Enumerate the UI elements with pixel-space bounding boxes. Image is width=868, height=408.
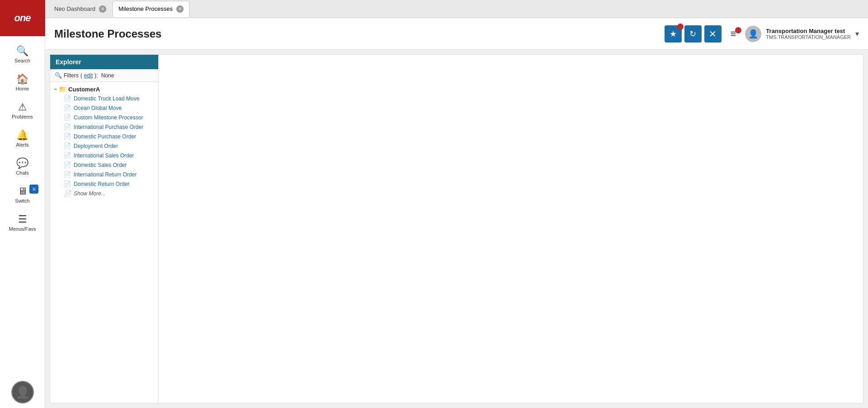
tree-item-intl-purchase-order[interactable]: 📄 International Purchase Order (52, 122, 156, 132)
tree-item-ocean-global[interactable]: 📄 Ocean Global Move (52, 103, 156, 113)
tree-customer-row[interactable]: − 📁 CustomerA (52, 85, 156, 94)
collapse-icon: − (54, 86, 57, 92)
user-info: Transportation Manager test TMS.TRANSPOR… (766, 28, 851, 40)
doc-icon-1: 📄 (64, 104, 71, 111)
sidebar-item-problems[interactable]: ⚠ Problems (0, 97, 45, 125)
logo-text: one (14, 12, 30, 24)
sidebar-nav: 🔍 Search 🏠 Home ⚠ Problems 🔔 Alerts 💬 Ch… (0, 36, 45, 381)
tree-item-label-5: Deployment Order (74, 143, 118, 149)
tree-item-label-9: Domestic Return Order (74, 181, 129, 187)
tab-neo-dashboard-close[interactable]: ✕ (99, 5, 106, 13)
tree-item-domestic-purchase-order[interactable]: 📄 Domestic Purchase Order (52, 132, 156, 141)
tab-milestone-processes-label: Milestone Processes (118, 5, 173, 12)
user-section: 👤 Transportation Manager test TMS.TRANSP… (745, 26, 859, 42)
doc-icon-0: 📄 (64, 95, 71, 102)
user-dropdown-button[interactable]: ▾ (855, 29, 859, 38)
tree-item-label-7: Domestic Sales Order (74, 162, 127, 168)
search-icon: 🔍 (16, 46, 28, 56)
switch-badge (29, 185, 38, 194)
sidebar-item-search[interactable]: 🔍 Search (0, 41, 45, 69)
show-more-icon: 📄 (64, 190, 71, 197)
sidebar-item-menus-favs-label: Menus/Favs (9, 226, 36, 232)
customer-name: CustomerA (68, 86, 100, 93)
page-title: Milestone Processes (54, 28, 665, 40)
star-notification-dot (677, 24, 684, 30)
main-area: Neo Dashboard ✕ Milestone Processes ✕ Mi… (45, 0, 868, 408)
filters-edit-link[interactable]: edit (84, 72, 93, 79)
filters-label: Filters (64, 72, 79, 79)
home-icon: 🏠 (16, 74, 28, 84)
explorer-title: Explorer (56, 58, 81, 66)
user-role: TMS.TRANSPORTATION_MANAGER (766, 34, 851, 40)
tab-neo-dashboard-label: Neo Dashboard (54, 5, 95, 12)
main-content-split: Explorer 🔍 Filters (edit): None − 📁 Cust… (50, 55, 863, 403)
header-actions: ★ ↻ ✕ (665, 25, 722, 43)
folder-icon: 📁 (59, 85, 66, 93)
bell-icon: 🔔 (16, 130, 28, 140)
tree-item-label-8: International Return Order (74, 171, 137, 178)
sidebar-item-switch[interactable]: 🖥 Switch (0, 181, 45, 209)
doc-icon-6: 📄 (64, 152, 71, 159)
explorer-tree: − 📁 CustomerA 📄 Domestic Truck Load Move… (50, 82, 158, 403)
tree-item-intl-sales-order[interactable]: 📄 International Sales Order (52, 151, 156, 160)
sidebar-item-chats-label: Chats (16, 170, 29, 176)
doc-icon-7: 📄 (64, 161, 71, 168)
tree-item-intl-return-order[interactable]: 📄 International Return Order (52, 170, 156, 179)
tree-item-label-4: Domestic Purchase Order (74, 133, 136, 140)
filters-value: None (101, 72, 114, 79)
doc-icon-2: 📄 (64, 114, 71, 121)
header-menu-section: ≡ (731, 28, 736, 40)
doc-icon-9: 📄 (64, 180, 71, 187)
sidebar-item-alerts-label: Alerts (16, 142, 28, 147)
doc-icon-5: 📄 (64, 142, 71, 149)
sidebar-avatar[interactable] (11, 381, 34, 403)
right-panel (159, 55, 863, 403)
sidebar-item-problems-label: Problems (12, 114, 33, 119)
show-more-link[interactable]: 📄 Show More... (52, 189, 156, 198)
user-avatar: 👤 (745, 26, 761, 42)
sidebar-item-home[interactable]: 🏠 Home (0, 69, 45, 97)
tab-milestone-processes-close[interactable]: ✕ (176, 5, 184, 13)
show-more-label: Show More... (74, 190, 106, 197)
sidebar: one 🔍 Search 🏠 Home ⚠ Problems 🔔 Alerts … (0, 0, 45, 408)
app-logo[interactable]: one (0, 0, 45, 36)
sidebar-bottom (0, 381, 45, 408)
notification-dot (735, 27, 741, 33)
close-button[interactable]: ✕ (704, 25, 722, 43)
sidebar-item-menus-favs[interactable]: ☰ Menus/Favs (0, 209, 45, 237)
tree-item-label-6: International Sales Order (74, 152, 134, 159)
tree-item-domestic-truck[interactable]: 📄 Domestic Truck Load Move (52, 94, 156, 103)
tab-milestone-processes[interactable]: Milestone Processes ✕ (113, 1, 189, 17)
tree-item-label-3: International Purchase Order (74, 124, 143, 130)
doc-icon-4: 📄 (64, 133, 71, 140)
tree-item-label-1: Ocean Global Move (74, 105, 122, 111)
tree-item-custom-milestone[interactable]: 📄 Custom Milestone Processor (52, 113, 156, 122)
star-button[interactable]: ★ (665, 25, 682, 43)
content-area: Explorer 🔍 Filters (edit): None − 📁 Cust… (50, 54, 863, 403)
tree-item-deployment-order[interactable]: 📄 Deployment Order (52, 141, 156, 151)
tree-item-label-2: Custom Milestone Processor (74, 114, 143, 121)
sidebar-item-switch-label: Switch (15, 198, 29, 204)
sidebar-item-chats[interactable]: 💬 Chats (0, 153, 45, 181)
menu-icon: ☰ (18, 214, 27, 224)
user-name: Transportation Manager test (766, 28, 851, 34)
sidebar-item-alerts[interactable]: 🔔 Alerts (0, 125, 45, 153)
doc-icon-3: 📄 (64, 123, 71, 130)
close-icon: ✕ (709, 28, 717, 39)
refresh-icon: ↻ (689, 29, 696, 39)
sidebar-item-search-label: Search (14, 58, 30, 63)
star-icon: ★ (670, 29, 677, 39)
switch-icon: 🖥 (18, 186, 28, 196)
tree-item-domestic-return-order[interactable]: 📄 Domestic Return Order (52, 179, 156, 189)
chat-icon: 💬 (16, 158, 28, 168)
warning-icon: ⚠ (18, 102, 27, 112)
explorer-filters: 🔍 Filters (edit): None (50, 69, 158, 82)
tab-neo-dashboard[interactable]: Neo Dashboard ✕ (49, 1, 112, 17)
tabs-bar: Neo Dashboard ✕ Milestone Processes ✕ (45, 0, 868, 18)
tree-item-domestic-sales-order[interactable]: 📄 Domestic Sales Order (52, 160, 156, 170)
content-header: Milestone Processes ★ ↻ ✕ ≡ 👤 Transporta… (45, 18, 868, 50)
explorer-panel: Explorer 🔍 Filters (edit): None − 📁 Cust… (50, 55, 159, 403)
sidebar-item-home-label: Home (16, 86, 29, 91)
doc-icon-8: 📄 (64, 171, 71, 178)
refresh-button[interactable]: ↻ (684, 25, 702, 43)
